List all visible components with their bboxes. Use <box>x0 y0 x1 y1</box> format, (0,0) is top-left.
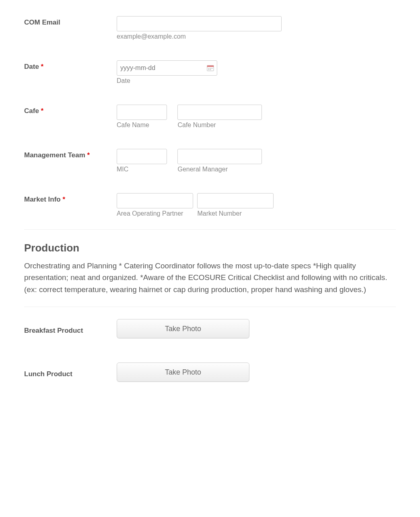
production-heading: Production <box>24 242 396 254</box>
market-number-input[interactable] <box>197 193 274 208</box>
market-number-sublabel: Market Number <box>197 210 274 217</box>
aop-input[interactable] <box>117 193 193 208</box>
label-team: Management Team * <box>24 149 117 159</box>
market-number-group: Market Number <box>197 193 274 217</box>
take-photo-button-breakfast[interactable]: Take Photo <box>117 319 249 338</box>
label-text: COM Email <box>24 19 60 26</box>
row-lunch: Lunch Product Take Photo <box>24 363 396 382</box>
input-col-market: Area Operating Partner Market Number <box>117 193 396 217</box>
label-market: Market Info * <box>24 193 117 204</box>
aop-group: Area Operating Partner <box>117 193 193 217</box>
section-divider <box>24 229 396 230</box>
mic-group: MIC <box>117 149 167 173</box>
label-lunch: Lunch Product <box>24 366 117 378</box>
gm-input[interactable] <box>177 149 262 164</box>
mic-sublabel: MIC <box>117 166 167 173</box>
row-market: Market Info * Area Operating Partner Mar… <box>24 193 396 217</box>
cafe-number-input[interactable] <box>177 105 262 120</box>
input-col-com-email: example@example.com <box>117 16 396 40</box>
com-email-sublabel: example@example.com <box>117 33 396 40</box>
label-text: Cafe <box>24 107 39 115</box>
row-breakfast: Breakfast Product Take Photo <box>24 319 396 338</box>
input-col-cafe: Cafe Name Cafe Number <box>117 105 396 129</box>
label-text: Market Info <box>24 196 61 203</box>
production-description: Orchestrating and Planning * Catering Co… <box>24 260 396 295</box>
lunch-button-wrap: Take Photo <box>117 363 249 382</box>
row-date: Date * Date <box>24 60 396 84</box>
row-team: Management Team * MIC General Manager <box>24 149 396 173</box>
label-breakfast: Breakfast Product <box>24 323 117 335</box>
cafe-name-input[interactable] <box>117 105 167 120</box>
section-divider <box>24 307 396 307</box>
label-com-email: COM Email <box>24 16 117 27</box>
breakfast-button-wrap: Take Photo <box>117 319 249 338</box>
date-sublabel: Date <box>117 77 217 84</box>
gm-group: General Manager <box>177 149 262 173</box>
date-input[interactable] <box>117 60 217 76</box>
cafe-name-sublabel: Cafe Name <box>117 122 167 129</box>
date-field-group: Date <box>117 60 217 84</box>
label-cafe: Cafe * <box>24 105 117 115</box>
mic-input[interactable] <box>117 149 167 164</box>
required-mark: * <box>87 151 90 159</box>
label-text: Date <box>24 63 39 70</box>
row-cafe: Cafe * Cafe Name Cafe Number <box>24 105 396 129</box>
label-text: Management Team <box>24 151 85 159</box>
required-mark: * <box>41 107 44 115</box>
com-email-input[interactable] <box>117 16 282 31</box>
aop-sublabel: Area Operating Partner <box>117 210 193 217</box>
input-col-date: Date <box>117 60 396 84</box>
cafe-number-sublabel: Cafe Number <box>177 122 262 129</box>
gm-sublabel: General Manager <box>177 166 262 173</box>
required-mark: * <box>62 196 65 203</box>
date-input-wrap <box>117 60 217 76</box>
row-com-email: COM Email example@example.com <box>24 16 396 40</box>
take-photo-button-lunch[interactable]: Take Photo <box>117 363 249 382</box>
label-date: Date * <box>24 60 117 71</box>
cafe-name-group: Cafe Name <box>117 105 167 129</box>
required-mark: * <box>41 63 44 70</box>
input-col-team: MIC General Manager <box>117 149 396 173</box>
cafe-number-group: Cafe Number <box>177 105 262 129</box>
